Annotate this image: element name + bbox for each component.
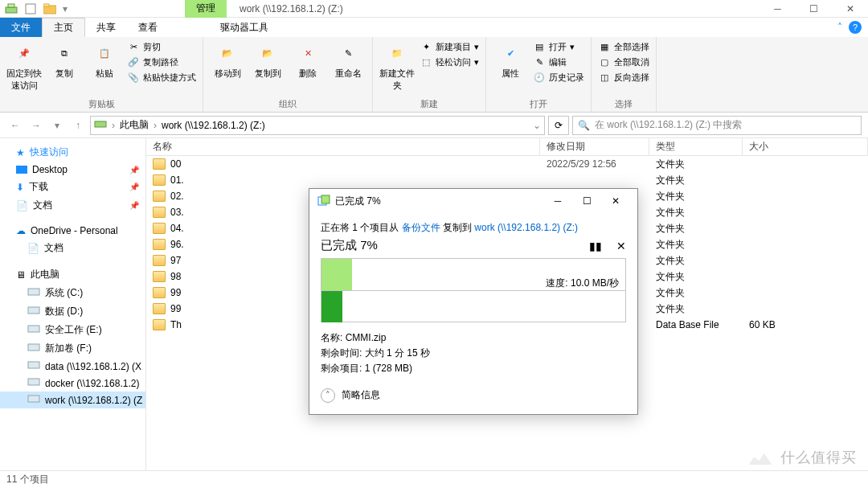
nav-drive[interactable]: 数据 (D:) xyxy=(0,302,145,321)
nav-drive[interactable]: data (\\192.168.1.2) (X xyxy=(0,358,145,375)
breadcrumb-sep[interactable]: › xyxy=(154,120,157,131)
file-row[interactable]: 00 2022/5/29 12:56文件夹 xyxy=(146,156,868,172)
copy-to-button[interactable]: 📂复制到 xyxy=(250,40,285,80)
nav-onedrive-docs[interactable]: 📄 文档 xyxy=(0,239,145,257)
fewer-details-toggle[interactable]: ˄ 简略信息 xyxy=(321,388,626,403)
tab-view[interactable]: 查看 xyxy=(127,18,169,37)
cut-button[interactable]: ✂剪切 xyxy=(127,40,196,53)
tab-home[interactable]: 主页 xyxy=(42,18,85,37)
history-button[interactable]: 🕘历史记录 xyxy=(533,71,584,84)
svg-rect-2 xyxy=(26,4,35,14)
drive-icon xyxy=(94,118,107,132)
nav-quick-access[interactable]: ★ 快速访问 xyxy=(0,143,145,162)
copy-dest-link[interactable]: work (\\192.168.1.2) (Z:) xyxy=(474,222,578,233)
nav-drive[interactable]: docker (\\192.168.1.2) xyxy=(0,375,145,392)
col-name[interactable]: 名称 xyxy=(146,138,540,155)
qat-checkbox-icon[interactable] xyxy=(24,2,37,15)
nav-documents[interactable]: 📄文档📌 xyxy=(0,196,145,215)
tab-drive-tools[interactable]: 驱动器工具 xyxy=(209,18,280,37)
nav-onedrive[interactable]: ☁OneDrive - Personal xyxy=(0,223,145,239)
refresh-button[interactable]: ⟳ xyxy=(548,116,569,135)
properties-button[interactable]: ✔属性 xyxy=(493,40,528,80)
svg-rect-4 xyxy=(43,4,49,6)
breadcrumb-this-pc[interactable]: 此电脑 xyxy=(120,118,149,132)
breadcrumb-current[interactable]: work (\\192.168.1.2) (Z:) xyxy=(162,120,265,131)
watermark: 什么值得买 xyxy=(745,443,857,474)
nav-drive[interactable]: 新加卷 (F:) xyxy=(0,339,145,358)
folder-icon[interactable] xyxy=(43,2,56,15)
nav-recent-dropdown[interactable]: ▾ xyxy=(48,117,66,134)
progress-chart: 速度: 10.0 MB/秒 xyxy=(321,258,626,322)
nav-drive[interactable]: 系统 (C:) xyxy=(0,284,145,302)
select-all-button[interactable]: ▦全部选择 xyxy=(598,40,649,53)
maximize-button[interactable]: ☐ xyxy=(796,0,832,18)
transfer-speed: 速度: 10.0 MB/秒 xyxy=(544,277,620,290)
group-select-label: 选择 xyxy=(598,96,649,110)
rename-button[interactable]: ✎重命名 xyxy=(330,40,366,80)
nav-back-button[interactable]: ← xyxy=(6,117,24,134)
address-bar[interactable]: › 此电脑 › work (\\192.168.1.2) (Z:) ⌄ xyxy=(90,116,545,135)
new-item-button[interactable]: ✦新建项目 ▾ xyxy=(420,40,479,53)
folder-icon xyxy=(153,319,166,330)
folder-icon xyxy=(153,271,166,282)
copy-items-remaining: 1 (728 MB) xyxy=(365,363,412,374)
paste-shortcut-button[interactable]: 📎粘贴快捷方式 xyxy=(127,71,196,84)
copy-path-button[interactable]: 🔗复制路径 xyxy=(127,55,196,68)
close-button[interactable]: ✕ xyxy=(832,0,868,18)
col-size[interactable]: 大小 xyxy=(743,138,868,155)
copy-details: 名称: CMMI.zip 剩余时间: 大约 1 分 15 秒 剩余项目: 1 (… xyxy=(321,330,626,377)
col-type[interactable]: 类型 xyxy=(649,138,743,155)
delete-button[interactable]: ✕删除 xyxy=(290,40,326,80)
dialog-minimize-button[interactable]: ─ xyxy=(544,191,571,211)
network-drive-icon xyxy=(5,2,18,15)
copy-source-link[interactable]: 备份文件 xyxy=(402,222,440,233)
svg-rect-12 xyxy=(28,396,39,402)
open-button[interactable]: ▤打开 ▾ xyxy=(533,40,584,53)
nav-drive[interactable]: work (\\192.168.1.2) (Z xyxy=(0,392,145,408)
copy-progress-dialog: 已完成 7% ─ ☐ ✕ 正在将 1 个项目从 备份文件 复制到 work (\… xyxy=(309,188,638,415)
cancel-button[interactable]: ✕ xyxy=(616,240,626,252)
status-item-count: 11 个项目 xyxy=(6,473,49,486)
nav-up-button[interactable]: ↑ xyxy=(69,117,87,134)
edit-button[interactable]: ✎编辑 xyxy=(533,55,584,68)
navigation-pane[interactable]: ★ 快速访问 Desktop📌 ⬇下载📌 📄文档📌 ☁OneDrive - Pe… xyxy=(0,138,146,470)
paste-button[interactable]: 📋粘贴 xyxy=(87,40,122,80)
nav-this-pc[interactable]: 🖥此电脑 xyxy=(0,265,145,284)
minimize-button[interactable]: ─ xyxy=(760,0,796,18)
dialog-maximize-button[interactable]: ☐ xyxy=(573,191,600,211)
search-box[interactable]: 🔍 在 work (\\192.168.1.2) (Z:) 中搜索 xyxy=(572,116,862,135)
copy-button[interactable]: ⧉复制 xyxy=(47,40,82,80)
ribbon-collapse-icon[interactable]: ˄ xyxy=(837,22,842,33)
svg-rect-8 xyxy=(28,326,39,332)
easy-access-button[interactable]: ⬚轻松访问 ▾ xyxy=(420,55,479,68)
nav-downloads[interactable]: ⬇下载📌 xyxy=(0,178,145,196)
ribbon: 📌固定到快速访问 ⧉复制 📋粘贴 ✂剪切 🔗复制路径 📎粘贴快捷方式 剪贴板 📂… xyxy=(0,37,868,113)
svg-rect-11 xyxy=(28,379,39,385)
svg-rect-5 xyxy=(95,121,106,127)
move-to-button[interactable]: 📂移动到 xyxy=(210,40,245,80)
tab-file[interactable]: 文件 xyxy=(0,18,42,37)
help-icon[interactable]: ? xyxy=(849,21,862,34)
col-date[interactable]: 修改日期 xyxy=(540,138,649,155)
column-headers[interactable]: 名称 修改日期 类型 大小 xyxy=(146,138,868,156)
invert-selection-button[interactable]: ◫反向选择 xyxy=(598,71,649,84)
tab-share[interactable]: 共享 xyxy=(85,18,127,37)
address-bar-row: ← → ▾ ↑ › 此电脑 › work (\\192.168.1.2) (Z:… xyxy=(0,113,868,138)
file-row[interactable]: 01. 文件夹 xyxy=(146,172,868,188)
folder-icon xyxy=(153,239,166,250)
address-dropdown-icon[interactable]: ⌄ xyxy=(533,120,541,131)
pin-quick-access-button[interactable]: 📌固定到快速访问 xyxy=(6,40,42,92)
breadcrumb-sep[interactable]: › xyxy=(112,120,115,131)
nav-drive[interactable]: 安全工作 (E:) xyxy=(0,321,145,339)
new-folder-button[interactable]: 📁新建文件夹 xyxy=(379,40,415,92)
nav-desktop[interactable]: Desktop📌 xyxy=(0,162,145,178)
nav-forward-button[interactable]: → xyxy=(27,117,45,134)
select-none-button[interactable]: ▢全部取消 xyxy=(598,55,649,68)
qat-dropdown-icon[interactable]: ▾ xyxy=(63,3,68,14)
svg-rect-10 xyxy=(28,362,39,368)
dialog-close-button[interactable]: ✕ xyxy=(602,191,629,211)
folder-icon xyxy=(153,207,166,218)
group-clipboard-label: 剪贴板 xyxy=(6,96,196,110)
pause-button[interactable]: ▮▮ xyxy=(589,240,602,252)
context-tab-manage[interactable]: 管理 xyxy=(185,0,227,18)
